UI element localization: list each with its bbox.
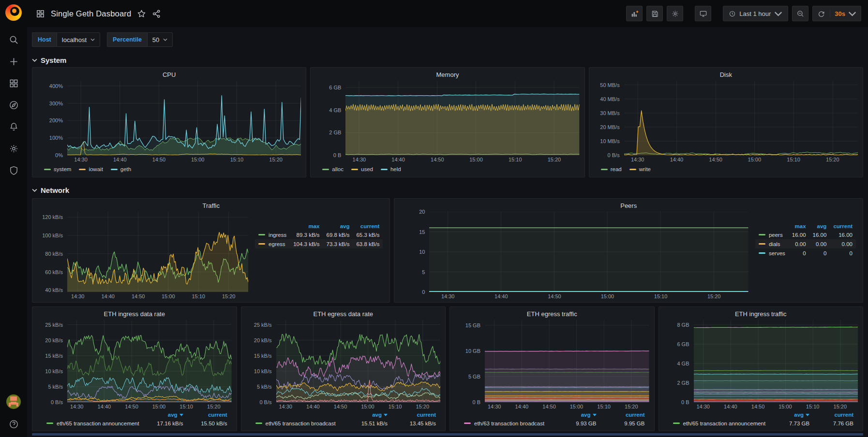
user-avatar[interactable] xyxy=(6,394,21,409)
configuration-gear-icon[interactable] xyxy=(8,143,19,154)
x-tick-label: 15:10 xyxy=(509,157,522,162)
y-tick-label: 200% xyxy=(49,117,63,123)
legend-header-avg[interactable]: avg xyxy=(809,222,830,230)
time-range-picker[interactable]: Last 1 hour xyxy=(723,6,788,21)
legend-item-series[interactable]: dials xyxy=(759,241,785,247)
add-panel-button[interactable] xyxy=(626,6,643,21)
legend-item-write[interactable]: write xyxy=(629,166,651,172)
x-tick-label: 15:10 xyxy=(230,157,244,162)
legend-item-read[interactable]: read xyxy=(601,166,622,172)
grafana-logo[interactable] xyxy=(5,4,22,21)
cycle-view-mode-button[interactable] xyxy=(695,6,711,21)
x-tick-label: 15:20 xyxy=(207,404,221,409)
legend-item-series[interactable]: eth/65 transaction announcement xyxy=(46,421,139,426)
share-icon[interactable] xyxy=(152,9,161,18)
legend-header-max[interactable]: max xyxy=(789,222,809,230)
legend-header-label: current xyxy=(834,412,853,418)
legend-header-current[interactable]: current xyxy=(830,222,856,230)
y-tick-label: 300% xyxy=(49,101,63,106)
help-icon[interactable] xyxy=(8,419,19,429)
chart-traffic[interactable] xyxy=(67,212,248,292)
zoom-out-button[interactable] xyxy=(792,6,808,21)
variable-dropdown-percentile[interactable]: 50 xyxy=(147,32,173,47)
server-admin-shield-icon[interactable] xyxy=(8,165,19,175)
legend-item-series[interactable]: serves xyxy=(759,250,785,256)
variable-dropdown-host[interactable]: localhost xyxy=(57,32,100,47)
sort-caret-icon xyxy=(806,414,809,416)
legend-header-current[interactable]: current xyxy=(187,411,231,419)
x-tick-label: 14:40 xyxy=(306,404,320,409)
y-tick-label: 10 kB/s xyxy=(254,368,272,374)
panel-title-disk[interactable]: Disk xyxy=(594,70,858,81)
panel-title-cpu[interactable]: CPU xyxy=(37,70,301,81)
section-network[interactable]: Network xyxy=(32,184,863,196)
y-tick-label: 15 kB/s xyxy=(45,353,63,359)
star-icon[interactable] xyxy=(137,9,146,18)
legend-value: 73.3 kB/s xyxy=(323,239,353,248)
dashboard-settings-button[interactable] xyxy=(667,6,683,21)
panel-title-eth-egress-rate[interactable]: ETH egress data rate xyxy=(246,309,441,320)
alerting-bell-icon[interactable] xyxy=(8,121,19,132)
dashboard-title[interactable]: Single Geth Dasboard xyxy=(51,9,131,18)
legend-header-current[interactable]: current xyxy=(600,411,648,419)
refresh-button[interactable]: 30s xyxy=(812,6,861,21)
panel-title-memory[interactable]: Memory xyxy=(315,70,579,81)
legend-value: 9.95 GB xyxy=(600,419,648,428)
legend-header-avg[interactable]: avg xyxy=(552,411,600,419)
legend-item-alloc[interactable]: alloc xyxy=(322,166,344,172)
panel-title-peers[interactable]: Peers xyxy=(399,201,858,212)
legend-item-series[interactable]: ingress xyxy=(258,232,286,238)
chart-eth-ingress-rate[interactable] xyxy=(67,320,232,402)
legend-item-series[interactable]: eth/65 transaction broadcast xyxy=(255,421,340,426)
legend-header-current[interactable]: current xyxy=(353,222,383,230)
panel-title-traffic[interactable]: Traffic xyxy=(37,201,385,212)
legend-header-avg[interactable]: avg xyxy=(343,411,391,419)
refresh-interval-label: 30s xyxy=(835,10,845,17)
legend-item-iowait[interactable]: iowait xyxy=(79,166,103,172)
plus-icon[interactable] xyxy=(8,56,19,67)
legend-row-1: egress104.3 kB/s73.3 kB/s63.8 kB/s xyxy=(255,239,383,248)
legend-item-held[interactable]: held xyxy=(381,166,401,172)
legend-value: 0.00 xyxy=(809,239,830,248)
chevron-down-icon xyxy=(32,58,37,62)
legend-item-series[interactable]: eth/65 transaction announcement xyxy=(673,421,766,426)
chart-cpu[interactable] xyxy=(67,81,301,155)
legend-header-avg[interactable]: avg xyxy=(323,222,353,230)
panel-title-eth-ingress-traffic[interactable]: ETH ingress traffic xyxy=(664,309,858,320)
legend-header-current[interactable]: current xyxy=(391,411,439,419)
legend-header-avg[interactable]: avg xyxy=(143,411,187,419)
x-tick-label: 14:50 xyxy=(152,157,166,162)
chart-peers[interactable] xyxy=(429,212,748,292)
x-tick-label: 14:30 xyxy=(353,157,366,162)
chart-eth-ingress-traffic[interactable] xyxy=(694,320,858,402)
chart-eth-egress-rate[interactable] xyxy=(276,320,441,402)
legend-item-system[interactable]: system xyxy=(44,166,71,172)
chart-memory[interactable] xyxy=(345,81,579,155)
legend-value: 17.16 kB/s xyxy=(143,419,187,428)
series-color-dash xyxy=(258,243,265,245)
y-tick-label: 4 GB xyxy=(329,107,341,113)
search-icon[interactable] xyxy=(8,34,19,45)
legend-item-used[interactable]: used xyxy=(351,166,373,172)
chart-eth-egress-traffic[interactable] xyxy=(485,320,649,402)
x-tick-label: 15:10 xyxy=(654,293,668,299)
legend-header-current[interactable]: current xyxy=(813,411,857,419)
x-tick-label: 14:40 xyxy=(101,293,115,299)
legend-item-geth[interactable]: geth xyxy=(111,166,131,172)
x-tick-label: 15:00 xyxy=(191,157,205,162)
legend-item-series[interactable]: egress xyxy=(258,241,286,247)
x-tick-label: 15:00 xyxy=(152,404,166,409)
chevron-down-icon xyxy=(32,189,37,192)
dashboards-grid-icon[interactable] xyxy=(8,78,19,88)
legend-header-max[interactable]: max xyxy=(290,222,323,230)
clipped-panel-row xyxy=(32,433,863,436)
panel-title-eth-ingress-rate[interactable]: ETH ingress data rate xyxy=(37,309,232,320)
legend-header-avg[interactable]: avg xyxy=(769,411,813,419)
explore-compass-icon[interactable] xyxy=(8,100,19,110)
section-system[interactable]: System xyxy=(32,54,863,66)
legend-item-series[interactable]: peers xyxy=(759,232,785,238)
chart-disk[interactable] xyxy=(624,81,858,155)
panel-title-eth-egress-traffic[interactable]: ETH egress traffic xyxy=(455,309,649,320)
save-dashboard-button[interactable] xyxy=(646,6,663,21)
legend-item-series[interactable]: eth/63 transaction broadcast xyxy=(464,421,548,426)
